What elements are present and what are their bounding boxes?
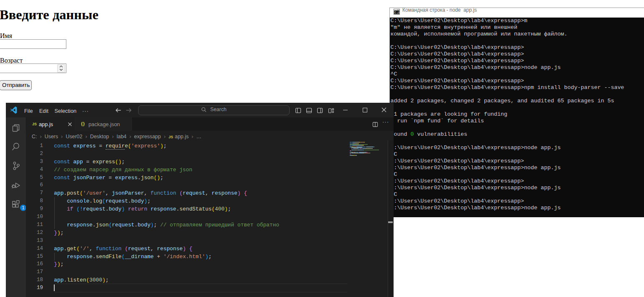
svg-text:C:\: C:\ [394,10,400,14]
